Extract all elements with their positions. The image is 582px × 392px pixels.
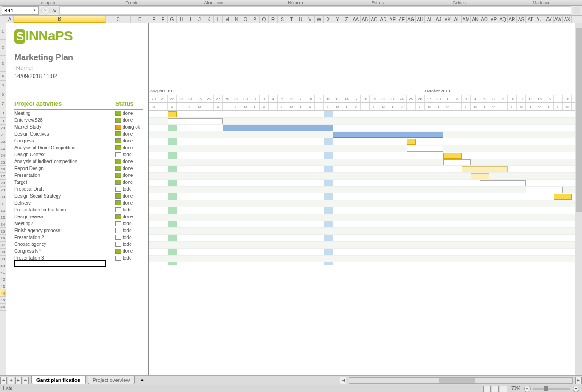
gantt-row[interactable] <box>149 193 582 200</box>
gantt-row[interactable] <box>149 256 582 262</box>
gantt-bar[interactable] <box>471 173 489 179</box>
col-header[interactable]: M <box>223 16 232 23</box>
col-header[interactable]: AW <box>554 16 563 23</box>
sheet-tab-gantt[interactable]: Gantt planification <box>31 376 86 384</box>
zoom-out-button[interactable]: − <box>524 386 531 392</box>
gantt-row[interactable] <box>149 221 582 228</box>
row-header[interactable]: 41 <box>0 269 6 276</box>
row-header[interactable]: 24 <box>0 152 6 159</box>
gantt-bar[interactable] <box>223 125 333 131</box>
gantt-row[interactable] <box>149 228 582 235</box>
gantt-row[interactable] <box>149 249 582 256</box>
tab-nav-next[interactable]: ▶ <box>15 377 22 384</box>
name-box[interactable]: B44 ▼ <box>2 6 39 15</box>
formula-input[interactable] <box>59 6 571 15</box>
row-header[interactable]: 36 <box>0 235 6 242</box>
gantt-bar[interactable] <box>407 146 443 152</box>
tab-nav-last[interactable]: ⏭ <box>23 377 29 384</box>
row-header[interactable]: 32 <box>0 207 6 214</box>
row-header[interactable]: 30 <box>0 193 6 200</box>
gantt-row[interactable] <box>149 207 582 214</box>
col-header[interactable]: H <box>177 16 186 23</box>
gantt-row[interactable] <box>149 152 582 159</box>
row-header[interactable]: 33 <box>0 214 6 221</box>
row-header[interactable]: 31 <box>0 200 6 207</box>
gantt-row[interactable] <box>149 180 582 187</box>
gantt-bar[interactable] <box>443 153 462 159</box>
activity-row[interactable]: Choose agencytodo <box>14 241 143 248</box>
sheet-tab-overview[interactable]: Project overview <box>88 376 135 384</box>
row-header[interactable]: 46 <box>0 304 6 311</box>
col-header[interactable]: Q <box>260 16 269 23</box>
col-header[interactable]: AJ <box>434 16 443 23</box>
activity-row[interactable]: EnterviewS28done <box>14 117 143 124</box>
col-header[interactable]: AF <box>397 16 407 23</box>
expand-formula-button[interactable]: ⌄ <box>573 7 580 14</box>
row-header[interactable]: 27 <box>0 173 6 180</box>
gantt-row[interactable] <box>149 242 582 249</box>
col-header[interactable]: S <box>278 16 287 23</box>
gantt-bar[interactable] <box>407 139 416 145</box>
row-header[interactable]: 9 <box>0 118 6 125</box>
col-header[interactable]: G <box>168 16 177 23</box>
col-header[interactable]: AV <box>544 16 554 23</box>
row-header[interactable]: 4 <box>0 72 6 81</box>
row-header[interactable]: 25 <box>0 159 6 166</box>
col-header[interactable]: C <box>106 16 131 23</box>
col-header[interactable]: AN <box>471 16 480 23</box>
row-header[interactable]: 22 <box>0 138 6 145</box>
activity-row[interactable]: Proposal Drafttodo <box>14 186 143 193</box>
activity-row[interactable]: Design reviewdone <box>14 213 143 220</box>
gantt-row[interactable] <box>149 138 582 145</box>
col-header[interactable]: K <box>204 16 214 23</box>
col-header[interactable]: L <box>214 16 223 23</box>
row-header[interactable]: 26 <box>0 166 6 173</box>
col-header[interactable]: AG <box>407 16 416 23</box>
col-header[interactable]: AU <box>535 16 544 23</box>
gantt-row[interactable] <box>149 166 582 173</box>
activity-row[interactable]: Congressdone <box>14 137 143 144</box>
gantt-row[interactable] <box>149 214 582 221</box>
row-header[interactable]: 23 <box>0 145 6 152</box>
fx-icon[interactable]: fx <box>52 8 57 13</box>
col-header[interactable]: AA <box>351 16 361 23</box>
activity-row[interactable]: Meetingdone <box>14 110 143 117</box>
row-header[interactable]: 35 <box>0 228 6 235</box>
row-header[interactable]: 40 <box>0 262 6 269</box>
activity-row[interactable]: Meeting2todo <box>14 220 143 227</box>
col-header[interactable]: P <box>250 16 260 23</box>
row-header[interactable]: 2 <box>0 40 6 56</box>
col-header[interactable]: W <box>315 16 324 23</box>
gantt-row[interactable] <box>149 235 582 242</box>
col-header[interactable]: U <box>296 16 305 23</box>
gantt-bar[interactable] <box>462 166 508 172</box>
col-header[interactable]: T <box>287 16 296 23</box>
row-header[interactable]: 43 <box>0 283 6 290</box>
activity-row[interactable]: Finish agency proposaltodo <box>14 227 143 234</box>
row-header[interactable]: 39 <box>0 256 6 262</box>
col-header[interactable]: AK <box>443 16 452 23</box>
zoom-slider-thumb[interactable] <box>544 386 548 391</box>
col-header[interactable]: AH <box>416 16 425 23</box>
col-header[interactable]: AS <box>517 16 526 23</box>
scrollbar-thumb[interactable] <box>439 378 475 383</box>
gantt-row[interactable] <box>149 111 582 118</box>
hscroll-left[interactable]: ◀ <box>340 377 346 384</box>
col-header[interactable]: AE <box>388 16 397 23</box>
activity-row[interactable]: Design Social Strategydone <box>14 193 143 199</box>
col-header[interactable]: J <box>195 16 204 23</box>
active-cell-selection[interactable] <box>14 260 106 267</box>
row-header[interactable]: 45 <box>0 297 6 304</box>
row-header[interactable]: 44 <box>0 290 6 297</box>
col-header[interactable]: I <box>186 16 195 23</box>
gantt-row[interactable] <box>149 131 582 138</box>
col-header[interactable]: R <box>269 16 278 23</box>
vertical-scrollbar[interactable] <box>575 23 582 375</box>
zoom-level[interactable]: 70% <box>511 386 520 391</box>
col-header[interactable]: AD <box>379 16 388 23</box>
row-header[interactable]: 20 <box>0 125 6 131</box>
col-header[interactable]: AI <box>425 16 434 23</box>
row-header[interactable]: 38 <box>0 249 6 256</box>
col-header[interactable]: D <box>131 16 149 23</box>
col-header[interactable]: B <box>14 16 106 23</box>
